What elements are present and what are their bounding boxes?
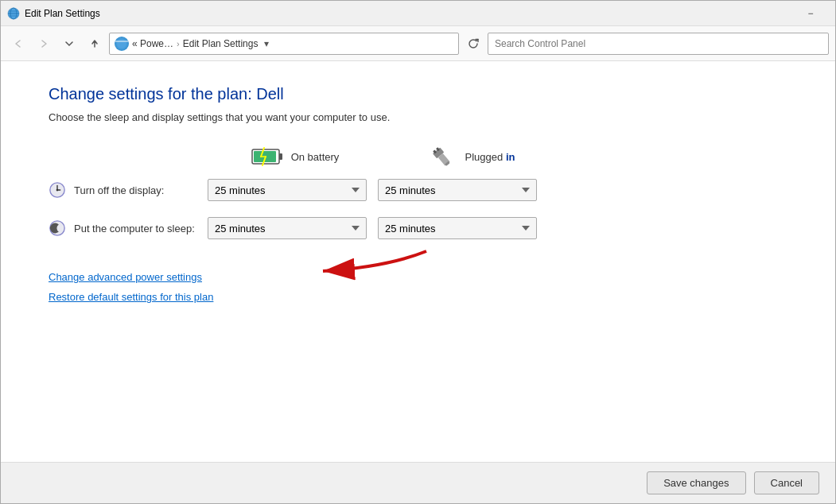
breadcrumb-current: Edit Plan Settings [183, 38, 259, 49]
search-input[interactable] [488, 33, 829, 55]
display-setting-row: Turn off the display: 25 minutes 1 minut… [49, 179, 787, 201]
svg-point-19 [56, 189, 59, 192]
dropdown-recent-button[interactable] [58, 33, 80, 55]
on-battery-header: On battery [208, 145, 383, 168]
title-bar: Edit Plan Settings − [1, 1, 835, 26]
forward-button[interactable] [33, 33, 55, 55]
window-controls: − [792, 1, 829, 26]
display-plugged-dropdown[interactable]: 25 minutes 1 minute 2 minutes 5 minutes … [378, 179, 537, 201]
sleep-plugged-dropdown[interactable]: 25 minutes 1 minute 2 minutes 5 minutes … [378, 217, 537, 239]
advanced-settings-link[interactable]: Change advanced power settings [49, 271, 787, 283]
battery-icon [251, 145, 283, 168]
display-dropdowns: 25 minutes 1 minute 2 minutes 5 minutes … [208, 179, 537, 201]
display-icon [49, 181, 66, 199]
red-arrow-annotation [275, 243, 434, 291]
address-path[interactable]: « Powe… › Edit Plan Settings ▾ [109, 33, 459, 55]
sleep-setting-label: Put the computer to sleep: [74, 223, 195, 235]
links-section: Change advanced power settings Restore d… [49, 271, 787, 303]
page-subtitle: Choose the sleep and display settings th… [49, 111, 787, 123]
sleep-dropdowns: 25 minutes 1 minute 2 minutes 5 minutes … [208, 217, 537, 239]
display-battery-dropdown[interactable]: 25 minutes 1 minute 2 minutes 5 minutes … [208, 179, 367, 201]
display-label: Turn off the display: [49, 181, 208, 199]
refresh-button[interactable] [462, 33, 484, 55]
main-content: Change settings for the plan: Dell Choos… [1, 61, 835, 462]
restore-defaults-link[interactable]: Restore default settings for this plan [49, 291, 787, 303]
breadcrumb-parent: « Powe… [132, 38, 173, 49]
column-headers: On battery Plugged in [49, 145, 787, 168]
save-changes-button[interactable]: Save changes [647, 471, 745, 494]
plug-icon [426, 145, 457, 168]
plugged-in-label: Plugged in [465, 151, 515, 163]
back-button[interactable] [7, 33, 29, 55]
sleep-setting-row: Put the computer to sleep: 25 minutes 1 … [49, 217, 787, 239]
up-button[interactable] [84, 33, 106, 55]
minimize-button[interactable]: − [792, 1, 829, 26]
window-title: Edit Plan Settings [25, 8, 792, 19]
breadcrumb-separator: › [177, 39, 180, 48]
address-bar: « Powe… › Edit Plan Settings ▾ [1, 26, 835, 61]
display-setting-label: Turn off the display: [74, 184, 164, 196]
plugged-in-header: Plugged in [383, 145, 558, 168]
cancel-button[interactable]: Cancel [754, 471, 819, 494]
breadcrumb-icon [115, 37, 129, 51]
sleep-icon [49, 219, 66, 237]
breadcrumb-dropdown[interactable]: ▾ [264, 38, 269, 49]
bottom-bar: Save changes Cancel [1, 462, 835, 503]
svg-rect-6 [279, 153, 282, 160]
on-battery-label: On battery [291, 151, 340, 163]
page-title: Change settings for the plan: Dell [49, 85, 787, 103]
sleep-label: Put the computer to sleep: [49, 219, 208, 237]
window: Edit Plan Settings − « Powe… › Edit Plan… [0, 0, 836, 504]
app-icon [7, 7, 20, 20]
sleep-battery-dropdown[interactable]: 25 minutes 1 minute 2 minutes 5 minutes … [208, 217, 367, 239]
